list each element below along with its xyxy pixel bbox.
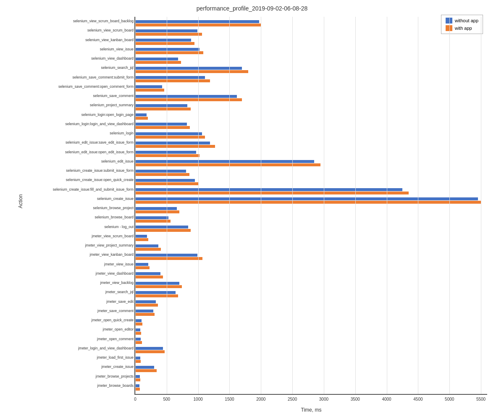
y-tick-label: selenium_save_comment bbox=[93, 94, 134, 98]
bar-without bbox=[135, 244, 158, 247]
y-tick-label: selenium_edit_issue:save_edit_issue_form bbox=[66, 140, 134, 144]
bar-row-with bbox=[135, 192, 487, 194]
bar-group: selenium_search_jql bbox=[135, 67, 487, 73]
x-tick-label: 3000 bbox=[319, 397, 328, 402]
bar-row-with bbox=[135, 79, 487, 82]
bar-group: selenium_create_issue:fill_and_submit_is… bbox=[135, 188, 487, 194]
y-tick-label: jmeter_view_backlog bbox=[100, 281, 134, 285]
bar-group: selenium_login bbox=[135, 132, 487, 139]
y-tick-label: selenium_create_issue:submit_issue_form bbox=[66, 168, 134, 173]
bar-row-without bbox=[135, 113, 487, 116]
bar-group: selenium_edit_issue:save_edit_issue_form bbox=[135, 142, 487, 148]
bar-group: selenium_save_comment bbox=[135, 95, 487, 101]
y-tick-label: selenium_login bbox=[110, 131, 134, 135]
bar-group: selenium_view_scrum_board bbox=[135, 29, 487, 36]
bar-with bbox=[135, 276, 163, 278]
bar-without bbox=[135, 39, 191, 42]
bar-without bbox=[135, 123, 187, 126]
bar-row-with bbox=[135, 210, 487, 213]
y-axis-label: Action bbox=[18, 194, 24, 208]
bar-row-without bbox=[135, 123, 487, 126]
bar-without bbox=[135, 151, 196, 154]
bar-without bbox=[135, 104, 187, 107]
bar-with bbox=[135, 42, 194, 45]
y-tick-label: selenium_save_comment:open_comment_form bbox=[58, 84, 134, 89]
y-tick-label: jmeter_open_quick_create bbox=[92, 318, 134, 322]
bar-row-without bbox=[135, 142, 487, 144]
bar-row-without bbox=[135, 328, 487, 331]
bar-row-without bbox=[135, 235, 487, 238]
bar-without bbox=[135, 291, 176, 294]
x-tick-label: 5000 bbox=[445, 397, 454, 402]
y-tick-label: jmeter_load_first_issue bbox=[97, 355, 134, 360]
bar-row-with bbox=[135, 294, 487, 297]
bar-with bbox=[135, 154, 200, 157]
bar-with bbox=[135, 173, 189, 176]
y-tick-label: selenium_browse_board bbox=[94, 215, 134, 219]
bar-with bbox=[135, 145, 215, 148]
bar-row-without bbox=[135, 170, 487, 173]
bar-row-without bbox=[135, 151, 487, 154]
bar-group: jmeter_view_issue bbox=[135, 263, 487, 269]
x-tick-label: 1500 bbox=[225, 397, 234, 402]
bar-row-without bbox=[135, 132, 487, 135]
bar-row-with bbox=[135, 24, 487, 26]
bar-row-with bbox=[135, 163, 487, 166]
bar-without bbox=[135, 113, 147, 116]
bar-with bbox=[135, 220, 171, 223]
y-tick-label: jmeter_view_kanban_board bbox=[90, 252, 134, 257]
bar-group: selenium_view_dashboard bbox=[135, 58, 487, 64]
bar-group: selenium_browse_board bbox=[135, 216, 487, 223]
bar-without bbox=[135, 132, 202, 135]
bar-group: jmeter_open_quick_create bbox=[135, 319, 487, 326]
y-tick-label: selenium_view_scrum_board_backlog bbox=[73, 19, 134, 23]
y-tick-label: jmeter_browse_boards bbox=[97, 383, 134, 388]
bar-without bbox=[135, 142, 210, 144]
bar-with bbox=[135, 117, 148, 120]
bar-row-with bbox=[135, 332, 487, 335]
bar-without bbox=[135, 216, 168, 219]
bar-group: jmeter_browse_boards bbox=[135, 384, 487, 391]
bar-row-with bbox=[135, 51, 487, 54]
bar-row-with bbox=[135, 108, 487, 110]
bar-group: selenium_create_issue bbox=[135, 197, 487, 204]
y-tick-label: jmeter_open_comment bbox=[97, 337, 134, 341]
y-tick-label: selenium_edit_issue bbox=[101, 159, 134, 163]
y-tick-label: jmeter_browse_projects bbox=[96, 374, 134, 378]
bar-row-with bbox=[135, 304, 487, 307]
bar-group: jmeter_view_kanban_board bbox=[135, 254, 487, 260]
bar-with bbox=[135, 313, 155, 316]
bar-row-without bbox=[135, 272, 487, 275]
bar-row-without bbox=[135, 319, 487, 322]
bar-without bbox=[135, 188, 402, 191]
bar-with bbox=[135, 388, 140, 391]
bar-group: selenium_login:open_login_page bbox=[135, 113, 487, 120]
bar-row-without bbox=[135, 226, 487, 228]
bar-row-without bbox=[135, 160, 487, 163]
bar-row-without bbox=[135, 39, 487, 42]
bar-group: jmeter_create_issue bbox=[135, 366, 487, 372]
bar-group: jmeter_view_backlog bbox=[135, 282, 487, 288]
bar-with bbox=[135, 238, 148, 241]
bar-group: selenium_project_summary bbox=[135, 104, 487, 110]
bar-group: selenium - log_out bbox=[135, 226, 487, 232]
bar-with bbox=[135, 294, 178, 297]
bar-group: selenium_create_issue:submit_issue_form bbox=[135, 170, 487, 176]
y-tick-label: jmeter_search_jql bbox=[105, 290, 134, 294]
bar-group: jmeter_open_editor bbox=[135, 328, 487, 335]
bar-row-with bbox=[135, 145, 487, 148]
bar-row-with bbox=[135, 61, 487, 64]
bar-row-without bbox=[135, 366, 487, 369]
bar-row-without bbox=[135, 263, 487, 266]
bar-row-with bbox=[135, 360, 487, 363]
x-tick-label: 5500 bbox=[476, 397, 486, 402]
bar-group: selenium_view_kanban_board bbox=[135, 39, 487, 45]
bar-group: selenium_edit_issue bbox=[135, 160, 487, 166]
bar-row-with bbox=[135, 341, 487, 344]
bar-with bbox=[135, 201, 481, 204]
x-tick-label: 3500 bbox=[351, 397, 360, 402]
bars-wrapper: selenium_view_scrum_board_backlogseleniu… bbox=[135, 17, 487, 394]
bar-without bbox=[135, 58, 178, 60]
bar-group: selenium_view_issue bbox=[135, 48, 487, 54]
bar-with bbox=[135, 266, 150, 269]
